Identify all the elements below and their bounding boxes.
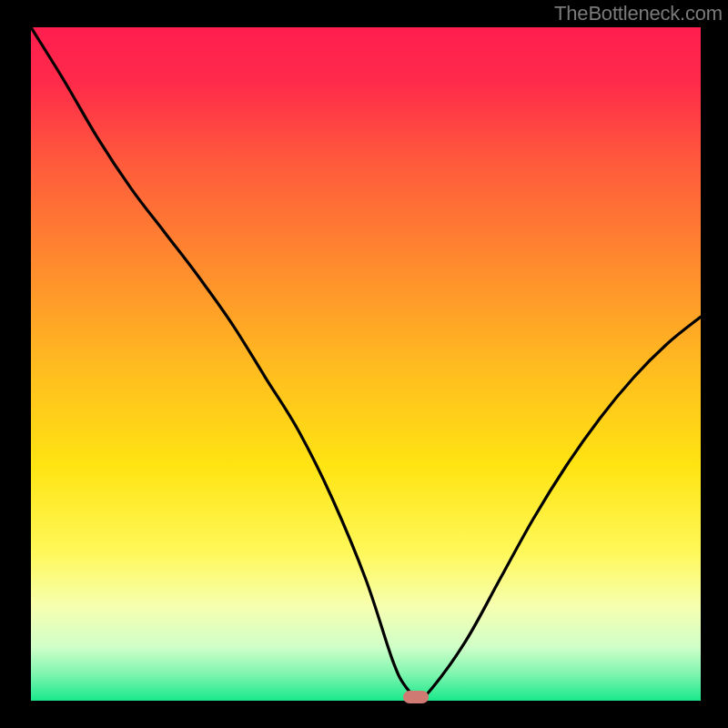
- svg-rect-0: [31, 27, 701, 701]
- gradient-background: [31, 27, 701, 701]
- plot-area: [31, 27, 701, 701]
- watermark-label: TheBottleneck.com: [554, 2, 723, 25]
- optimal-marker: [403, 691, 429, 703]
